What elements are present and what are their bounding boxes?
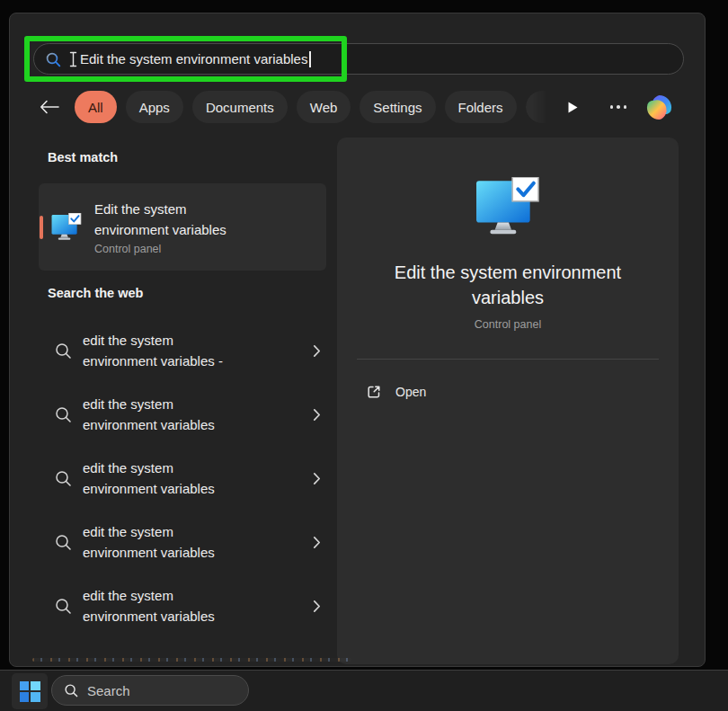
result-preview-card: Edit the system environment variables Co… <box>337 138 679 664</box>
filter-tab-documents[interactable]: Documents <box>192 91 288 123</box>
taskbar-search-box[interactable]: Search <box>51 675 249 706</box>
filter-tab-folders[interactable]: Folders <box>445 91 517 123</box>
search-icon <box>55 534 72 551</box>
preview-subtitle: Control panel <box>475 318 541 331</box>
search-web-header: Search the web <box>48 286 143 300</box>
best-match-title: Edit the system environment variables <box>94 199 256 240</box>
back-button[interactable] <box>33 91 66 123</box>
filter-tab-all[interactable]: All <box>75 91 117 123</box>
search-flyout-panel: Edit the system environment variables Al… <box>9 13 706 667</box>
copilot-icon[interactable] <box>643 91 675 123</box>
web-suggestion-row[interactable]: edit the system environment variables <box>39 580 335 632</box>
open-label: Open <box>395 385 426 399</box>
search-input[interactable]: Edit the system environment variables <box>33 43 684 75</box>
more-filters-button[interactable] <box>558 91 589 123</box>
web-suggestion-row[interactable]: edit the system environment variables <box>39 452 335 504</box>
filter-tab-clipped <box>526 91 549 123</box>
taskbar-search-placeholder: Search <box>87 683 130 698</box>
search-icon <box>55 342 72 360</box>
web-suggestion-text: edit the system environment variables <box>83 521 240 563</box>
search-icon <box>55 406 72 423</box>
web-suggestion-row[interactable]: edit the system environment variables <box>39 516 335 568</box>
search-icon <box>64 683 78 698</box>
system-properties-icon-large <box>475 177 540 236</box>
open-external-icon <box>366 384 382 400</box>
text-cursor-icon <box>69 51 77 67</box>
selection-accent-bar <box>40 216 43 239</box>
text-caret <box>309 51 311 67</box>
web-suggestion-row[interactable]: edit the system environment variables <box>39 388 335 440</box>
search-query-text: Edit the system environment variables <box>80 51 307 67</box>
windows-logo-icon <box>20 681 40 702</box>
web-suggestion-text: edit the system environment variables - <box>83 330 240 371</box>
best-match-subtitle: Control panel <box>94 243 256 255</box>
filter-tab-web[interactable]: Web <box>297 91 351 123</box>
chevron-right-icon <box>313 536 321 549</box>
web-suggestion-text: edit the system environment variables <box>83 585 240 627</box>
web-suggestion-row[interactable]: edit the system environment variables - <box>39 324 335 377</box>
web-suggestions-list: edit the system environment variables - … <box>39 324 335 644</box>
open-action[interactable]: Open <box>353 376 439 408</box>
best-match-header: Best match <box>48 150 118 164</box>
search-icon <box>55 598 72 615</box>
start-button[interactable] <box>12 673 48 709</box>
chevron-right-icon <box>313 408 321 422</box>
clipped-row-artifact <box>32 658 351 662</box>
filter-tab-apps[interactable]: Apps <box>126 91 183 123</box>
divider <box>357 359 659 360</box>
options-ellipsis-button[interactable] <box>603 91 634 123</box>
web-suggestion-text: edit the system environment variables <box>83 394 240 435</box>
chevron-right-icon <box>313 472 321 485</box>
web-suggestion-text: edit the system environment variables <box>83 458 240 499</box>
search-icon <box>45 51 61 67</box>
chevron-right-icon <box>313 344 321 358</box>
search-icon <box>55 470 72 487</box>
preview-title: Edit the system environment variables <box>373 260 643 310</box>
filter-tabs-row: All Apps Documents Web Settings Folders <box>33 91 684 123</box>
taskbar: Search <box>0 670 728 711</box>
filter-tab-settings[interactable]: Settings <box>360 91 435 123</box>
chevron-right-icon <box>313 600 321 613</box>
system-properties-icon <box>51 213 82 241</box>
best-match-result[interactable]: Edit the system environment variables Co… <box>39 183 326 271</box>
